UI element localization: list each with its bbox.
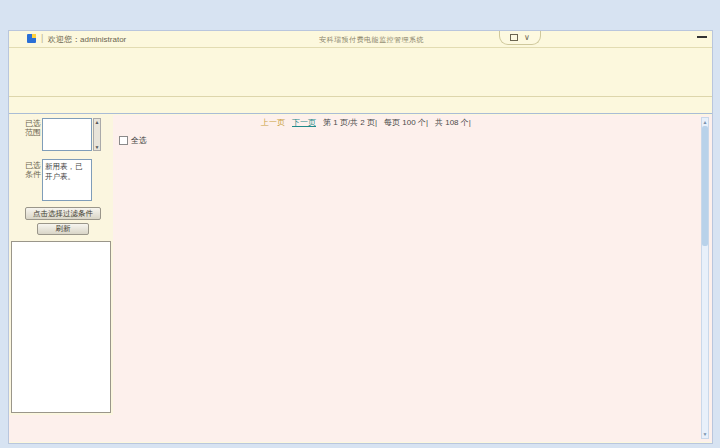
scroll-down-icon[interactable]: ▼	[95, 144, 100, 150]
choose-filter-button[interactable]: 点击选择过滤条件	[25, 207, 101, 220]
window-controls: ∨	[499, 31, 541, 45]
vertical-scrollbar[interactable]: ▲ ▼	[701, 117, 709, 439]
scrollbar-thumb[interactable]	[702, 126, 708, 246]
building-tree	[11, 241, 111, 413]
scroll-down-icon[interactable]: ▼	[702, 431, 708, 437]
app-title: 安科瑞预付费电能监控管理系统	[319, 35, 424, 45]
pager: 上一页 下一页 第 1 页/共 2 页| 每页 100 个| 共 108 个|	[261, 117, 471, 128]
page-info: 第 1 页/共 2 页|	[323, 117, 377, 128]
screen: | 欢迎您：administrator 安科瑞预付费电能监控管理系统 ∨ 已选范…	[0, 0, 720, 448]
per-page-info: 每页 100 个|	[384, 117, 428, 128]
restore-icon[interactable]	[510, 34, 518, 41]
selected-range-label: 已选范围	[25, 119, 41, 137]
welcome-text: 欢迎您：administrator	[48, 34, 126, 45]
select-all-checkbox[interactable]	[119, 136, 128, 145]
prev-page-link[interactable]: 上一页	[261, 117, 285, 128]
ribbon-toolbar	[9, 62, 712, 97]
app-logo-icon	[27, 34, 36, 43]
tab-strip	[9, 97, 712, 114]
title-bar: | 欢迎您：administrator 安科瑞预付费电能监控管理系统 ∨	[9, 31, 712, 48]
titlebar-divider: |	[41, 33, 43, 43]
listbox-scrollbar[interactable]: ▲▼	[93, 118, 101, 151]
chevron-down-icon[interactable]: ∨	[524, 35, 530, 41]
scroll-up-icon[interactable]: ▲	[702, 119, 708, 125]
total-info: 共 108 个|	[435, 117, 471, 128]
main-menu	[9, 48, 712, 62]
select-all-label: 全选	[131, 135, 147, 146]
selected-range-listbox[interactable]	[42, 118, 92, 151]
minimize-button[interactable]	[697, 36, 707, 38]
app-window: | 欢迎您：administrator 安科瑞预付费电能监控管理系统 ∨ 已选范…	[8, 30, 713, 444]
select-all[interactable]: 全选	[119, 135, 147, 146]
content-area: 已选范围 ▲▼ 已选条件 新用表，已开户表。 点击选择过滤条件 刷新 上一页 下…	[9, 115, 712, 442]
refresh-button[interactable]: 刷新	[37, 223, 89, 235]
selected-condition-label: 已选条件	[25, 161, 41, 179]
next-page-link[interactable]: 下一页	[292, 117, 316, 128]
selected-condition-box: 新用表，已开户表。	[42, 159, 92, 201]
scroll-up-icon[interactable]: ▲	[95, 119, 100, 125]
